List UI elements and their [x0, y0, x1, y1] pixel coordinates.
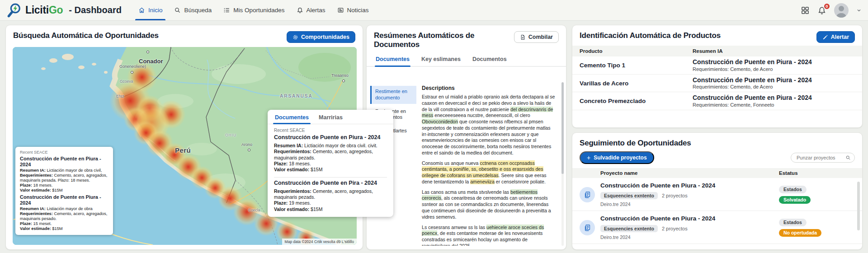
comportunidades-button[interactable]: Comportunidades: [287, 31, 355, 43]
document-paragraph: Ls cesesrans arrwew ss ls las uehiecele …: [422, 225, 556, 246]
chevron-down-icon: [856, 8, 862, 13]
map-label: Treaanso: [331, 73, 349, 78]
search-icon: [174, 7, 181, 14]
apps-grid-icon[interactable]: [801, 6, 810, 15]
opportunity-title: Construcción de Puente en Piura - 2024: [20, 194, 108, 206]
opportunity-detail: Plaze: 19 meses.: [274, 200, 387, 206]
document-paragraph: Las canos acma uns meta stvslvende las b…: [422, 189, 556, 220]
project-title: Construcción de Puente en Piura - 2024: [600, 215, 779, 222]
tab-key-eslimanes[interactable]: Key eslimanes: [420, 54, 462, 66]
list-item[interactable]: Construcción de Puente en Piura - 2024Es…: [572, 211, 862, 244]
plus-icon: +: [587, 155, 590, 161]
map-marker: [342, 80, 345, 82]
tab-documentos[interactable]: Documentos: [472, 54, 508, 66]
nav-item-label: Mis Oportunidades: [233, 7, 284, 14]
card-source-label: Recent SEACE: [20, 150, 108, 155]
summary-detail: Requerimientos: Cemento, de Acero: [693, 66, 812, 72]
opportunity-detail: Valor estimade: $15M: [20, 226, 108, 231]
map-info-card: Recent SEACE Construcción de Puente en P…: [15, 147, 113, 235]
opportunity-title: Construcción de Puente en Piura - 2024: [20, 156, 108, 167]
opportunity-detail: Plaze: 18 meses.: [20, 183, 108, 188]
tracking-scrollbar[interactable]: [857, 182, 860, 230]
popup-tab-documentes[interactable]: Documentes: [275, 114, 309, 124]
user-silhouette-icon: [834, 3, 849, 18]
table-row[interactable]: Cemento Tipo 1Construcción de Puente en …: [572, 56, 862, 75]
opportunity-detail: Resumen IA: Lictiación mayor de obra civ…: [20, 168, 108, 173]
document-paragraph: Consomis us anque nueva cctnena ccen occ…: [422, 160, 556, 185]
project-tag: Esqueencies exntento: [600, 225, 658, 232]
project-count: 2 proyectos: [662, 193, 688, 198]
project-count: 2 proyectos: [662, 226, 688, 231]
project-tag: Esqueencies exntento: [600, 192, 658, 199]
nav-item-bu-squeda[interactable]: Búsqueda: [168, 0, 217, 20]
opportunity-detail: Requerimientos: Cemento, acero, agregedo…: [274, 149, 387, 161]
project-meta: Esqueencies exntento2 proyectos: [600, 192, 779, 199]
opportunity-detail: Resumen IA: Lictiación mayor de obra civ…: [274, 143, 387, 149]
opportunity-detail: Reeumen IA: Listiación mayor de obra: [20, 206, 108, 211]
pencil-icon: [822, 34, 828, 40]
map-marker: [248, 149, 250, 151]
map-label: Ehrz: [116, 94, 124, 98]
document-text-area: Descriptions Estraur en ul mialid a pria…: [416, 82, 561, 246]
notification-badge: 0: [823, 3, 830, 10]
account-menu-chevron[interactable]: [856, 8, 862, 13]
brand-logo[interactable]: LicitiGo - Dashboard: [6, 2, 122, 19]
tracking-table-body: Construcción de Puente en Piura - 2024Es…: [572, 178, 862, 244]
combilar-button[interactable]: Combilar: [514, 31, 559, 43]
tracking-controls: + Sulvadide proyectos: [572, 150, 862, 168]
nav-item-alertas[interactable]: Alertas: [291, 0, 331, 20]
search-icon: [845, 155, 851, 160]
project-title: Construcción de Puente en Piura - 2024: [600, 182, 779, 189]
map-label: OHIU: [225, 133, 236, 137]
button-label: Combilar: [528, 34, 553, 40]
project-search-input[interactable]: [796, 155, 845, 161]
list-item[interactable]: Construcción de Puente en Piura - 2024Es…: [572, 178, 862, 211]
news-icon: [337, 7, 344, 14]
nav-item-inicio[interactable]: Inicio: [132, 0, 169, 20]
project-date: Deiro.tre 2024: [600, 234, 779, 240]
map-marker: [146, 51, 149, 53]
summary-detail: Requerimientos: Cemento, de Acero: [693, 84, 812, 89]
bell-icon: [297, 7, 303, 14]
popup-tabs: Documentes Marririas: [268, 110, 393, 124]
alertar-button[interactable]: Alertar: [816, 31, 855, 43]
nav-item-noticias[interactable]: Noticias: [331, 0, 375, 20]
summary-detail: Requerimientos: Cemente, Fonneeto: [693, 102, 812, 108]
project-info: Construcción de Puente en Piura - 2024Es…: [600, 182, 779, 207]
map-label: ARSANUSA: [280, 94, 313, 98]
documents-scrollbar[interactable]: [561, 82, 564, 246]
opportunity-title: Construcción de Puente en Pira - 2024: [274, 180, 387, 187]
nav-item-mis-oportunidades[interactable]: Mis Oportunidades: [217, 0, 290, 20]
map-label: Goneneoliene): [119, 64, 146, 69]
panel-head: Resúmenes Automáticos de Documentos Comb…: [367, 25, 566, 52]
map-popup-card: Documentes Marririas Recent SEACE Constr…: [268, 110, 393, 217]
documents-body: Restimente en documento Recimente en doc…: [370, 82, 564, 246]
table-row[interactable]: Varillas de AceroConstrucción de Puente …: [572, 75, 862, 93]
gear-icon: [292, 34, 298, 40]
project-meta: Esqueencies exntento2 proyectos: [600, 225, 779, 232]
status-label: Estados: [779, 186, 807, 193]
tab-documentes[interactable]: Documentes: [375, 54, 410, 66]
notifications-button[interactable]: 0: [817, 6, 826, 15]
popup-tab-marririas[interactable]: Marririas: [319, 114, 343, 124]
table-row[interactable]: Concreto PremezcladoConstrucción de Puen…: [572, 92, 862, 110]
documents-tabs: Documentes Key eslimanes Documentos: [367, 53, 566, 67]
project-status: EstadosSolvatado: [779, 186, 855, 204]
nav-item-label: Búsqueda: [184, 7, 212, 14]
panel-head: Identificación Automática de Productos A…: [572, 25, 862, 46]
scrollbar-thumb[interactable]: [561, 82, 564, 174]
opportunity-detail: Valor estimado: $15M: [274, 206, 387, 212]
column-resumen-ia: Resumen IA: [693, 48, 722, 54]
project-info: Construcción de Puente en Piura - 2024Es…: [600, 215, 779, 240]
divider: [274, 177, 387, 178]
sidebar-item-restimente[interactable]: Restimente en documento: [370, 86, 416, 104]
panel-title: Seguimiento de Oportunidades: [580, 139, 691, 148]
map-label: Perú: [175, 146, 191, 154]
opportunity-tracking-panel: Seguimiento de Oportunidades + Sulvadide…: [572, 132, 863, 250]
product-name: Varillas de Acero: [580, 80, 693, 87]
top-right-actions: 0: [801, 3, 862, 18]
add-project-button[interactable]: + Sulvadide proyectos: [580, 151, 654, 164]
popup-body: Recent SEACE Construcción de Puente en P…: [268, 124, 393, 212]
avatar[interactable]: [834, 3, 849, 18]
document-icon: [520, 34, 526, 40]
